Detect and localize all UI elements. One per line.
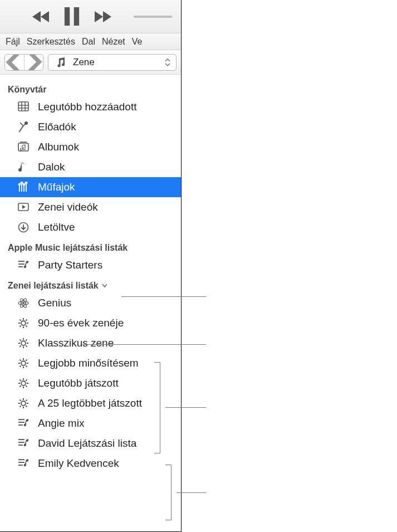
note-icon	[17, 161, 30, 173]
chevron-updown-icon	[165, 58, 170, 66]
nav-history-buttons	[4, 54, 43, 71]
sidebar-item[interactable]: Klasszikus zene	[0, 333, 181, 353]
sidebar-item[interactable]: Előadók	[0, 117, 181, 137]
sidebar-item[interactable]: Zenei videók	[0, 197, 181, 217]
group-header[interactable]: Zenei lejátszási listák	[0, 275, 181, 293]
menu-file[interactable]: Fájl	[6, 37, 20, 47]
sidebar-item-label: A 25 legtöbbet játszott	[38, 397, 142, 409]
sidebar-item-label: David Lejátszási lista	[38, 437, 136, 450]
playlist-icon	[17, 437, 30, 450]
sidebar-item[interactable]: Letöltve	[0, 217, 181, 237]
sidebar-item[interactable]: Legutóbb hozzáadott	[0, 97, 181, 117]
sidebar-item[interactable]: Legutóbb játszott	[0, 373, 181, 393]
next-button[interactable]	[95, 10, 111, 23]
playback-controls	[32, 10, 111, 23]
callout-overlay	[182, 0, 215, 532]
svg-rect-0	[65, 7, 70, 26]
sidebar-item-label: Albumok	[38, 141, 79, 153]
gear-icon	[17, 377, 30, 389]
back-button[interactable]	[5, 55, 24, 70]
sidebar-item[interactable]: Angie mix	[0, 413, 181, 433]
sidebar-item[interactable]: David Lejátszási lista	[0, 433, 181, 453]
sidebar-item[interactable]: Dalok	[0, 157, 181, 177]
titlebar	[0, 0, 181, 33]
sidebar-item-label: Műfajok	[38, 181, 75, 193]
sidebar-item-label: Előadók	[38, 121, 76, 133]
atom-icon	[17, 297, 30, 309]
sidebar-item[interactable]: Albumok	[0, 137, 181, 157]
sidebar-item[interactable]: Party Starters	[0, 255, 181, 275]
grid-icon	[17, 101, 30, 113]
chevron-down-icon	[102, 282, 107, 290]
pause-button[interactable]	[63, 10, 80, 23]
nav-row: Zene	[0, 50, 181, 75]
sidebar-item[interactable]: Legjobb minősítésem	[0, 353, 181, 373]
sidebar: KönyvtárLegutóbb hozzáadottElőadókAlbumo…	[0, 75, 181, 531]
mic-icon	[17, 121, 30, 133]
section-label: Zene	[73, 57, 95, 68]
gear-icon	[17, 397, 30, 409]
group-header-label: Apple Music lejátszási listák	[8, 243, 128, 253]
menu-edit[interactable]: Szerkesztés	[27, 37, 75, 47]
svg-rect-1	[74, 7, 79, 26]
sidebar-item[interactable]: Műfajok	[0, 177, 181, 197]
previous-button[interactable]	[32, 10, 49, 23]
playlist-icon	[17, 259, 30, 271]
group-header: Könyvtár	[0, 79, 181, 97]
sidebar-item-label: Angie mix	[38, 417, 84, 429]
playlist-icon	[17, 417, 30, 429]
sidebar-item[interactable]: Emily Kedvencek	[0, 453, 181, 474]
sidebar-item-label: 90-es évek zenéje	[38, 317, 124, 329]
music-icon	[54, 56, 67, 69]
group-header: Apple Music lejátszási listák	[0, 237, 181, 255]
menu-view[interactable]: Nézet	[102, 37, 125, 47]
album-icon	[17, 141, 30, 153]
gear-icon	[17, 337, 30, 349]
sidebar-item[interactable]: A 25 legtöbbet játszott	[0, 393, 181, 413]
forward-button[interactable]	[24, 55, 43, 70]
gear-icon	[17, 357, 30, 369]
sidebar-item-label: Legutóbb hozzáadott	[38, 101, 137, 113]
menubar: Fájl Szerkesztés Dal Nézet Ve	[0, 33, 181, 50]
sidebar-item-label: Party Starters	[38, 259, 102, 271]
menu-song[interactable]: Dal	[82, 37, 95, 47]
sidebar-item-label: Legjobb minősítésem	[38, 357, 139, 369]
sidebar-item-label: Letöltve	[38, 221, 75, 233]
playlist-icon	[17, 457, 30, 470]
sidebar-item-label: Legutóbb játszott	[38, 377, 119, 389]
section-selector[interactable]: Zene	[48, 54, 177, 71]
video-icon	[17, 201, 30, 213]
group-header-label: Zenei lejátszási listák	[8, 281, 99, 291]
sidebar-item-label: Zenei videók	[38, 201, 98, 213]
sidebar-item[interactable]: Genius	[0, 293, 181, 313]
progress-bar[interactable]	[134, 16, 172, 18]
sidebar-item-label: Klasszikus zene	[38, 337, 114, 349]
gear-icon	[17, 317, 30, 329]
download-icon	[17, 221, 30, 233]
menu-truncated[interactable]: Ve	[132, 37, 143, 47]
sidebar-item-label: Dalok	[38, 161, 65, 173]
app-window: Fájl Szerkesztés Dal Nézet Ve Zene Könyv…	[0, 0, 182, 532]
sidebar-item[interactable]: 90-es évek zenéje	[0, 313, 181, 333]
genres-icon	[17, 181, 30, 193]
sidebar-item-label: Emily Kedvencek	[38, 457, 119, 470]
sidebar-item-label: Genius	[38, 297, 71, 309]
group-header-label: Könyvtár	[8, 85, 46, 95]
